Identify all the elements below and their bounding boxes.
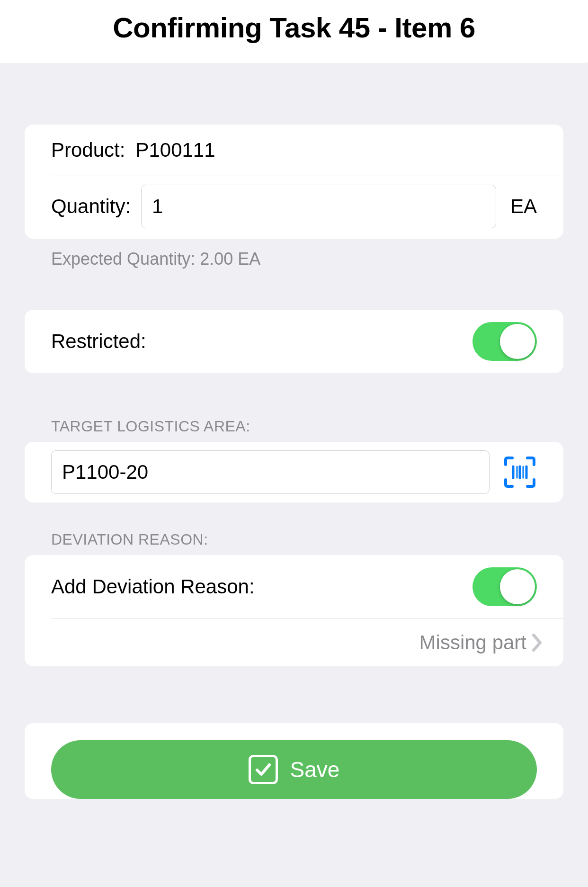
save-button-card: Save bbox=[25, 723, 563, 799]
deviation-reason-value: Missing part bbox=[419, 631, 526, 654]
deviation-section-header: DEVIATION REASON: bbox=[25, 531, 563, 555]
save-button[interactable]: Save bbox=[51, 740, 537, 799]
product-quantity-card: Product: P100111 Quantity: EA bbox=[25, 125, 563, 239]
page-title: Confirming Task 45 - Item 6 bbox=[0, 11, 588, 44]
restricted-label: Restricted: bbox=[51, 330, 146, 353]
content-area: Product: P100111 Quantity: EA Expected Q… bbox=[0, 125, 588, 799]
product-row: Product: P100111 bbox=[25, 125, 563, 176]
chevron-right-icon bbox=[532, 634, 543, 652]
deviation-section: DEVIATION REASON: Add Deviation Reason: … bbox=[25, 531, 563, 666]
product-value: P100111 bbox=[135, 139, 215, 161]
product-label: Product: bbox=[51, 139, 125, 161]
logistics-section-header: TARGET LOGISTICS AREA: bbox=[25, 418, 563, 442]
restricted-card: Restricted: bbox=[25, 310, 563, 373]
deviation-reason-selector[interactable]: Missing part bbox=[25, 619, 563, 666]
page-header: Confirming Task 45 - Item 6 bbox=[0, 0, 588, 63]
quantity-unit: EA bbox=[507, 195, 537, 218]
logistics-card bbox=[25, 442, 563, 502]
checkbox-checked-icon bbox=[249, 755, 278, 784]
expected-quantity-hint: Expected Quantity: 2.00 EA bbox=[25, 239, 563, 269]
quantity-label: Quantity: bbox=[51, 195, 131, 218]
barcode-scan-icon[interactable] bbox=[503, 455, 537, 489]
quantity-input[interactable] bbox=[141, 185, 496, 228]
logistics-section: TARGET LOGISTICS AREA: bbox=[25, 418, 563, 502]
toggle-knob bbox=[500, 324, 535, 359]
logistics-area-input[interactable] bbox=[51, 450, 490, 494]
save-button-label: Save bbox=[290, 757, 340, 782]
restricted-row: Restricted: bbox=[25, 310, 563, 373]
add-deviation-label: Add Deviation Reason: bbox=[51, 575, 255, 598]
add-deviation-row: Add Deviation Reason: bbox=[25, 555, 563, 618]
add-deviation-toggle[interactable] bbox=[472, 567, 537, 606]
toggle-knob bbox=[500, 569, 535, 604]
quantity-row: Quantity: EA bbox=[25, 176, 563, 239]
deviation-card: Add Deviation Reason: Missing part bbox=[25, 555, 563, 666]
restricted-toggle[interactable] bbox=[472, 322, 537, 361]
